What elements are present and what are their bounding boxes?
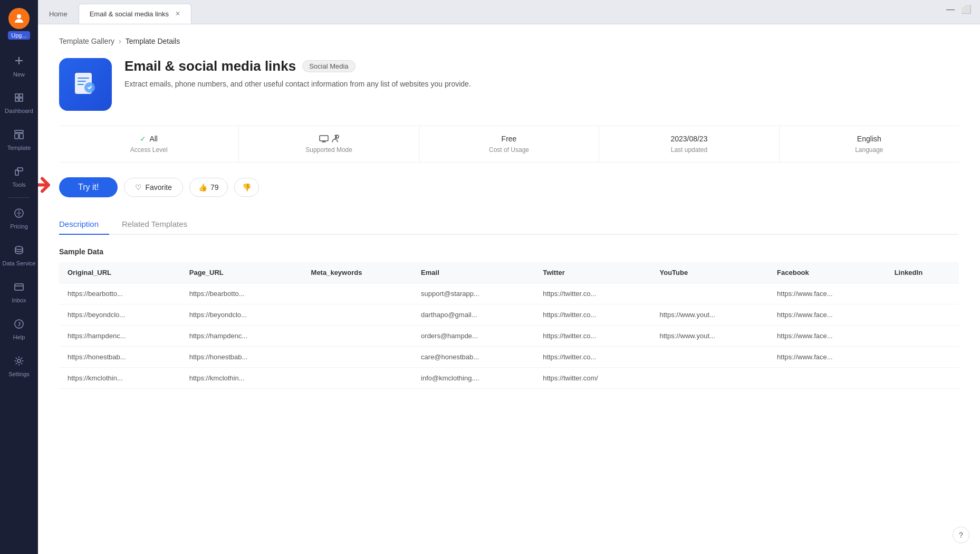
- main-area: Home Email & social media links ✕ — ⬜ Te…: [38, 0, 980, 554]
- table-cell: https://www.face...: [768, 304, 886, 326]
- like-button[interactable]: 👍 79: [189, 178, 228, 197]
- table-cell: https://honestbab...: [59, 347, 181, 368]
- user-avatar-section: Upg...: [0, 0, 38, 47]
- tab-close-icon[interactable]: ✕: [175, 10, 180, 17]
- like-count: 79: [210, 183, 219, 192]
- svg-point-14: [335, 135, 339, 138]
- content-area: Template Gallery › Template Details Emai…: [38, 24, 980, 554]
- help-float-button[interactable]: ?: [953, 527, 969, 543]
- window-controls: — ⬜: [946, 4, 972, 14]
- template-app-icon: [59, 58, 112, 111]
- breadcrumb: Template Gallery › Template Details: [59, 37, 959, 45]
- meta-updated: 2023/08/23 Last updated: [599, 126, 779, 162]
- sidebar-item-label-inbox: Inbox: [12, 297, 26, 303]
- table-cell: https://kmclothin...: [181, 368, 303, 389]
- sidebar-item-label-help: Help: [13, 334, 25, 340]
- sidebar-item-label-settings: Settings: [8, 371, 30, 377]
- sidebar-item-tools[interactable]: Tools: [0, 158, 38, 195]
- table-cell: [886, 368, 959, 389]
- minimize-button[interactable]: —: [946, 4, 955, 14]
- sidebar-item-new[interactable]: New: [0, 47, 38, 84]
- try-it-button[interactable]: Try it!: [59, 177, 118, 197]
- sidebar-item-help[interactable]: Help: [0, 311, 38, 348]
- meta-cost: Free Cost of Usage: [419, 126, 599, 162]
- sidebar-item-data-service[interactable]: Data Service: [0, 237, 38, 274]
- sidebar-divider: [8, 197, 30, 198]
- dislike-button[interactable]: 👎: [234, 178, 259, 197]
- sidebar-item-settings[interactable]: Settings: [0, 348, 38, 385]
- table-cell: orders@hampde...: [412, 326, 534, 347]
- col-meta-keywords: Meta_keywords: [303, 262, 413, 283]
- table-row: https://kmclothin...https://kmclothin...…: [59, 368, 959, 389]
- meta-access-value: ✓ All: [140, 135, 158, 143]
- table-cell: https://www.yout...: [651, 304, 769, 326]
- table-row: https://hampdenc...https://hampdenc...or…: [59, 326, 959, 347]
- meta-info-row: ✓ All Access Level Supported Mode Free C…: [59, 126, 959, 163]
- sidebar-item-label-pricing: Pricing: [10, 223, 28, 230]
- sidebar-item-pricing[interactable]: Pricing: [0, 200, 38, 237]
- breadcrumb-current: Template Details: [126, 37, 180, 45]
- table-cell: [768, 368, 886, 389]
- meta-mode-label: Supported Mode: [305, 146, 352, 154]
- table-cell: info@kmclothing....: [412, 368, 534, 389]
- sidebar-item-inbox[interactable]: Inbox: [0, 274, 38, 311]
- svg-point-10: [17, 359, 21, 362]
- maximize-button[interactable]: ⬜: [961, 4, 972, 14]
- table-cell: [303, 283, 413, 304]
- detail-tabs: Description Related Templates: [59, 214, 959, 235]
- table-row: https://honestbab...https://honestbab...…: [59, 347, 959, 368]
- col-twitter: Twitter: [534, 262, 651, 283]
- table-cell: https://twitter.com/: [534, 368, 651, 389]
- col-linkedin: LinkedIn: [886, 262, 959, 283]
- meta-language: English Language: [780, 126, 959, 162]
- table-cell: [651, 347, 769, 368]
- tab-email-social[interactable]: Email & social media links ✕: [79, 4, 191, 24]
- dashboard-icon: [14, 92, 24, 106]
- template-info: Email & social media links Social Media …: [124, 58, 959, 90]
- svg-point-0: [17, 14, 21, 18]
- table-cell: https://www.yout...: [651, 326, 769, 347]
- table-header-row: Original_URL Page_URL Meta_keywords Emai…: [59, 262, 959, 283]
- table-cell: https://hampdenc...: [181, 326, 303, 347]
- breadcrumb-separator: ›: [119, 37, 121, 45]
- sample-data-table: Original_URL Page_URL Meta_keywords Emai…: [59, 262, 959, 389]
- table-cell: support@starapp...: [412, 283, 534, 304]
- table-cell: [886, 347, 959, 368]
- table-cell: https://bearbotto...: [181, 283, 303, 304]
- meta-mode-value: [319, 135, 339, 143]
- table-cell: [303, 304, 413, 326]
- col-original-url: Original_URL: [59, 262, 181, 283]
- breadcrumb-gallery-link[interactable]: Template Gallery: [59, 37, 114, 45]
- tab-description[interactable]: Description: [59, 214, 109, 235]
- sidebar-item-template[interactable]: Template: [0, 121, 38, 158]
- help-float-icon: ?: [959, 531, 963, 539]
- tab-related[interactable]: Related Templates: [122, 214, 198, 235]
- tab-bar: Home Email & social media links ✕ — ⬜: [38, 0, 980, 24]
- sample-data-title: Sample Data: [59, 247, 959, 256]
- tab-home[interactable]: Home: [38, 4, 79, 24]
- meta-language-value: English: [857, 135, 881, 143]
- col-facebook: Facebook: [768, 262, 886, 283]
- table-cell: https://beyondclo...: [181, 304, 303, 326]
- template-description: Extract emails, phone numbers, and other…: [124, 79, 959, 90]
- sidebar-item-dashboard[interactable]: Dashboard: [0, 84, 38, 121]
- svg-rect-5: [20, 133, 23, 139]
- meta-cost-label: Cost of Usage: [489, 146, 529, 154]
- svg-point-9: [15, 320, 23, 328]
- settings-icon: [14, 356, 24, 369]
- table-cell: [303, 326, 413, 347]
- meta-language-label: Language: [855, 146, 883, 154]
- table-cell: https://hampdenc...: [59, 326, 181, 347]
- table-cell: https://kmclothin...: [59, 368, 181, 389]
- tools-icon: [14, 166, 24, 179]
- table-cell: https://twitter.co...: [534, 304, 651, 326]
- upgrade-button[interactable]: Upg...: [8, 31, 30, 40]
- inbox-icon: [14, 282, 24, 295]
- table-cell: https://www.face...: [768, 283, 886, 304]
- favorite-button[interactable]: ♡ Favorite: [124, 178, 183, 197]
- svg-point-8: [15, 246, 23, 250]
- table-cell: [886, 283, 959, 304]
- thumbs-down-icon: 👎: [242, 183, 251, 192]
- svg-rect-3: [15, 130, 23, 132]
- table-cell: https://bearbotto...: [59, 283, 181, 304]
